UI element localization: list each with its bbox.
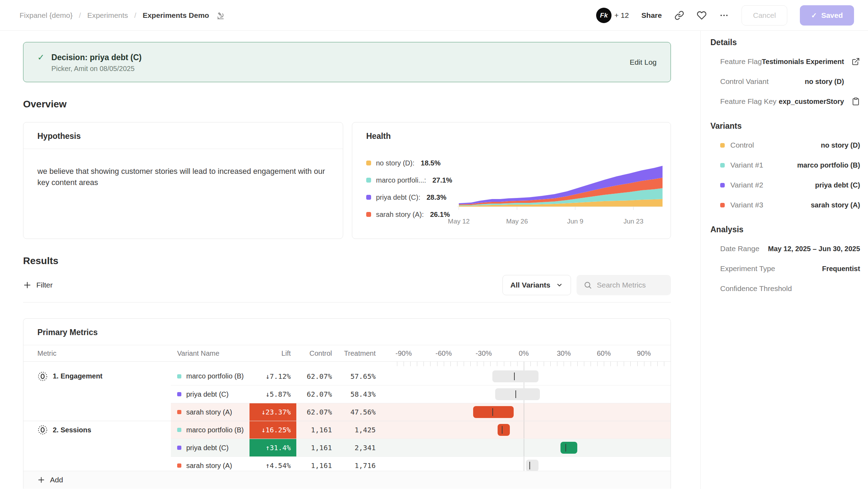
breadcrumb-separator: /: [134, 11, 136, 20]
decision-title: Decision: priya debt (C): [51, 52, 142, 63]
minor-tick: [564, 362, 564, 366]
x-axis-label: May 12: [448, 218, 470, 225]
metric-target-icon: [37, 371, 48, 382]
copy-clipboard-icon[interactable]: [844, 97, 860, 106]
minor-tick: [557, 362, 557, 366]
table-row: 2. Sessionsmarco portfolio (B)↓16.25%1,1…: [23, 421, 671, 439]
variant-name: sarah story (A): [186, 462, 232, 470]
axis-tick-label: 0%: [519, 349, 529, 357]
cancel-button[interactable]: Cancel: [742, 5, 787, 26]
treatment-value: 58.43%: [338, 385, 381, 403]
lift-value: ↑31.4%: [249, 439, 296, 456]
minor-tick: [644, 362, 644, 366]
minor-tick: [464, 362, 464, 366]
page-content: ✓ Decision: priya debt (C) Picker, Amit …: [0, 31, 868, 489]
variant-color-swatch: [720, 143, 725, 148]
filter-label: Filter: [36, 281, 53, 289]
search-metrics-input[interactable]: Search Metrics: [577, 275, 671, 295]
minor-tick: [397, 362, 397, 366]
x-axis-label: Jun 23: [623, 218, 643, 225]
minor-tick: [430, 362, 431, 366]
analysis-heading: Analysis: [710, 225, 860, 234]
breadcrumb-experiments[interactable]: Experiments: [87, 11, 128, 20]
edit-log-button[interactable]: Edit Log: [630, 58, 657, 66]
variant-label: Variant #3: [730, 201, 763, 209]
axis-tick-label: 90%: [637, 349, 651, 357]
lift-value: ↓7.12%: [249, 367, 296, 385]
ci-point-marker: [529, 462, 530, 469]
control-variant-row: Control Variant no story (D): [710, 77, 860, 86]
treatment-value: 57.65%: [338, 367, 381, 385]
primary-metrics-card: Primary Metrics Metric Variant Name Lift…: [23, 318, 671, 489]
legend-item: marco portfoli...:27.1%: [366, 176, 452, 184]
metrics-axis-ruler-row: [23, 362, 671, 367]
minor-tick: [637, 362, 638, 366]
treatment-value: 47.56%: [338, 403, 381, 421]
details-sidebar: Details Feature Flag Testimonials Experi…: [700, 31, 868, 489]
search-icon: [584, 281, 592, 289]
divider: [23, 149, 343, 149]
table-row: sarah story (A)↓23.37%62.07%47.56%: [23, 403, 671, 421]
legend-label: marco portfoli...:: [376, 176, 426, 184]
axis-tick-label: 60%: [597, 349, 611, 357]
metric-cell: 2. Sessions: [23, 421, 171, 439]
axis-tick-label: -30%: [476, 349, 492, 357]
minor-tick: [424, 362, 424, 366]
feature-flag-value[interactable]: Testimonials Experiment: [762, 58, 844, 66]
minor-tick: [530, 362, 531, 366]
confidence-interval-bar: [495, 388, 540, 400]
add-metric-button[interactable]: Add: [23, 471, 671, 489]
filter-button[interactable]: Filter: [23, 281, 53, 289]
variant-row-1: Variant #1 marco portfolio (B): [710, 161, 860, 170]
avatar[interactable]: Fk: [596, 8, 612, 23]
analysis-section: Analysis Date Range May 12, 2025 – Jun 3…: [710, 225, 860, 293]
more-options-icon[interactable]: [719, 10, 729, 20]
variant-color-swatch: [177, 463, 181, 468]
results-heading: Results: [23, 255, 671, 267]
variant-name: marco portfolio (B): [186, 372, 244, 380]
minor-tick: [597, 362, 598, 366]
ci-point-marker: [514, 373, 515, 380]
copy-link-icon[interactable]: [674, 10, 684, 20]
details-section: Details Feature Flag Testimonials Experi…: [710, 38, 860, 106]
variant-color-swatch: [177, 428, 181, 432]
variants-heading: Variants: [710, 121, 860, 131]
minor-tick: [651, 362, 651, 366]
plus-icon: [23, 281, 31, 289]
variant-color-swatch: [720, 183, 725, 187]
column-header-lift: Lift: [249, 345, 296, 361]
variant-cell: marco portfolio (B): [171, 421, 249, 439]
add-metric-label: Add: [50, 476, 63, 484]
decision-subtitle: Picker, Amit on 08/05/2025: [51, 65, 142, 73]
legend-item: no story (D):18.5%: [366, 159, 452, 167]
experiment-type-row: Experiment Type Frequentist: [710, 264, 860, 273]
ci-plot: [397, 403, 671, 421]
axis-ruler: [397, 362, 671, 367]
date-range-label: Date Range: [720, 244, 759, 253]
primary-metrics-title: Primary Metrics: [23, 319, 671, 345]
legend-color-swatch: [366, 178, 371, 183]
variant-color-swatch: [177, 410, 181, 414]
metric-cell: [23, 403, 171, 421]
minor-tick: [457, 362, 457, 366]
control-value: 1,161: [296, 439, 338, 456]
legend-value: 27.1%: [432, 176, 452, 184]
ci-point-marker: [565, 444, 566, 452]
minor-tick: [624, 362, 624, 366]
ci-cell: [381, 403, 671, 421]
variants-dropdown[interactable]: All Variants: [502, 275, 571, 295]
minor-tick: [591, 362, 591, 366]
ci-plot: [397, 439, 671, 456]
check-icon: ✓: [811, 11, 817, 20]
minor-tick: [577, 362, 578, 366]
feature-flag-key-row: Feature Flag Key exp_customerStory: [710, 97, 860, 106]
saved-button[interactable]: ✓ Saved: [800, 5, 854, 26]
collaborators-count[interactable]: + 12: [614, 11, 629, 20]
legend-item: priya debt (C):28.3%: [366, 193, 452, 201]
lift-value: ↓16.25%: [249, 421, 296, 439]
favorite-icon[interactable]: [697, 10, 707, 20]
share-button[interactable]: Share: [642, 11, 662, 20]
external-link-icon[interactable]: [844, 57, 860, 66]
breadcrumb-project[interactable]: Fixpanel {demo}: [20, 11, 73, 20]
microscope-icon: [216, 11, 225, 20]
